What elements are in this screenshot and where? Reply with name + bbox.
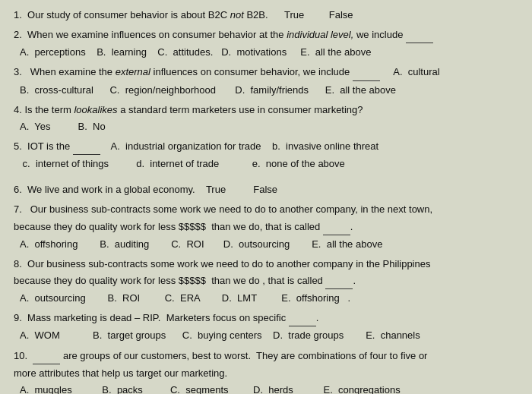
q9-text: 9. Mass marketing is dead – RIP. Markete… [14,310,518,326]
question-2: 2. When we examine influences on consume… [14,27,518,60]
q10-options: A. muggles B. packs C. segments D. herds… [20,383,518,394]
question-8: 8. Our business sub-contracts some work … [14,257,518,306]
q9-options: A. WOM B. target groups C. buying center… [20,328,518,343]
q6-text: 6. We live and work in a global economy.… [14,182,518,197]
q2-text: 2. When we examine influences on consume… [14,27,518,43]
q5-text: 5. IOT is the A. industrial organization… [14,139,518,155]
question-6: 6. We live and work in a global economy.… [14,182,518,197]
q8-text1: 8. Our business sub-contracts some work … [14,257,518,272]
question-4: 4. Is the term lookalikes a standard ter… [14,102,518,134]
q7-text1: 7. Our business sub-contracts some work … [14,202,518,217]
q4-text: 4. Is the term lookalikes a standard ter… [14,102,518,118]
question-9: 9. Mass marketing is dead – RIP. Markete… [14,310,518,343]
q3-options: B. cross-cultural C. region/neighborhood… [20,83,518,98]
q10-text2: more attributes that help us target our … [14,366,518,381]
q10-text1: 10. are groups of our customers, best to… [14,348,518,364]
q5-options: c. internet of things d. internet of tra… [20,156,518,172]
question-1: 1. Our study of consumer behavior is abo… [14,8,518,23]
q2-options: A. perceptions B. learning C. attitudes.… [20,45,518,60]
q8-options: A. outsourcing B. ROI C. ERA D. LMT E. o… [20,291,518,306]
q1-text: 1. Our study of consumer behavior is abo… [14,8,518,23]
q4-options: A. Yes B. No [20,119,518,134]
q3-text: 3. When examine the external influences … [14,65,518,80]
quiz-container: 1. Our study of consumer behavior is abo… [14,8,518,394]
q8-text2: because they do quality work for less $$… [14,273,518,289]
q7-options: A. offshoring B. auditing C. ROI D. outs… [20,237,518,252]
question-3: 3. When examine the external influences … [14,65,518,97]
q7-text2: because they do quality work for less $$… [14,219,518,235]
question-10: 10. are groups of our customers, best to… [14,348,518,394]
question-5: 5. IOT is the A. industrial organization… [14,139,518,172]
question-7: 7. Our business sub-contracts some work … [14,202,518,251]
